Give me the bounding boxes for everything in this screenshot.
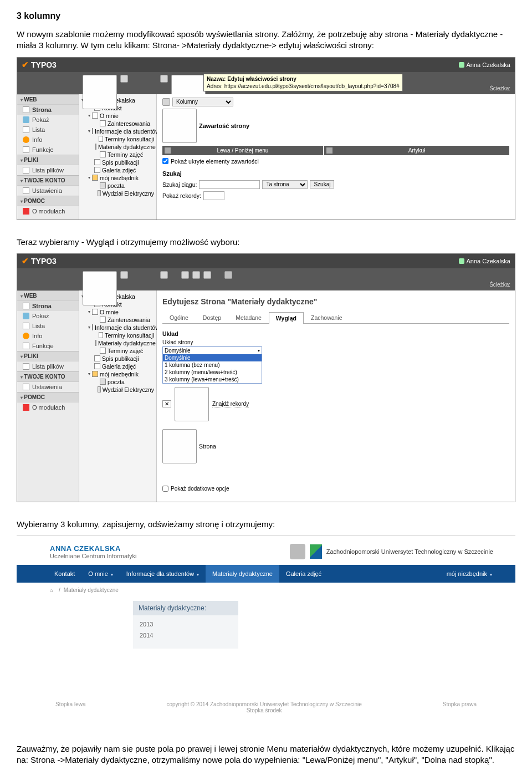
nav-lista-plikow[interactable]: Lista plików bbox=[17, 165, 79, 175]
edit-page-title: Edytujesz Strona "Materiały dydaktyczne" bbox=[162, 297, 509, 306]
layout-option[interactable]: 3 kolumny (lewa+menu+treść) bbox=[163, 376, 262, 383]
col-add-icon[interactable] bbox=[326, 147, 332, 154]
tree-node[interactable]: Galeria zdjęć bbox=[79, 166, 156, 174]
layout-option[interactable]: 1 kolumna (bez menu) bbox=[163, 361, 262, 369]
menu-item[interactable]: Materiały dydaktyczne bbox=[206, 565, 279, 583]
layout-select[interactable]: Domyślnie Domyślnie1 kolumna (bez menu)2… bbox=[162, 346, 262, 384]
tree-node[interactable]: Zainteresowania bbox=[79, 120, 156, 128]
caret-icon[interactable]: ▾ bbox=[88, 371, 90, 376]
nav-info[interactable]: Info bbox=[17, 135, 79, 145]
nav-funkcje[interactable]: Funkcje bbox=[17, 341, 79, 351]
tooltip: Nazwa: Edytuj właściwości strony Adres: … bbox=[203, 74, 403, 91]
layout-option[interactable]: Domyślnie bbox=[163, 354, 262, 361]
tab-dostęp[interactable]: Dostęp bbox=[196, 312, 228, 323]
tab-zachowanie[interactable]: Zachowanie bbox=[304, 312, 350, 323]
hidden-elements-toggle[interactable]: Pokaż ukryte elementy zawartości bbox=[162, 158, 509, 165]
caret-icon[interactable]: ▾ bbox=[88, 175, 90, 180]
tree-node[interactable]: Spis publikacji bbox=[79, 159, 156, 166]
show-records-input[interactable] bbox=[203, 191, 224, 200]
nav-omodulach[interactable]: O modułach bbox=[17, 402, 79, 412]
nav-group-web[interactable]: WEB bbox=[17, 290, 79, 301]
hidden-checkbox[interactable] bbox=[162, 158, 168, 164]
nav-group-pliki[interactable]: PLIKI bbox=[17, 351, 79, 361]
nav-group-konto[interactable]: TWOJE KONTO bbox=[17, 371, 79, 382]
delete-icon[interactable] bbox=[224, 271, 232, 279]
nav-ustawienia[interactable]: Ustawienia bbox=[17, 186, 79, 196]
tree-node[interactable]: poczta bbox=[79, 378, 156, 386]
tree-node[interactable]: ▾O mnie bbox=[79, 308, 156, 316]
tree-node[interactable]: Spis publikacji bbox=[79, 355, 156, 363]
menu-item[interactable]: Kontakt bbox=[48, 565, 81, 583]
browse-icon[interactable] bbox=[175, 387, 209, 421]
save-icon[interactable] bbox=[181, 271, 189, 279]
new-page-icon[interactable] bbox=[83, 271, 117, 305]
tree-node[interactable]: Terminy zajęć bbox=[79, 151, 156, 159]
tab-metadane[interactable]: Metadane bbox=[228, 312, 269, 323]
tree-node[interactable]: ▾mój niezbędnik bbox=[79, 174, 156, 182]
search-string-input[interactable] bbox=[199, 180, 260, 189]
tree-node[interactable]: ▾O mnie bbox=[79, 112, 156, 120]
search-string-label: Szukaj ciągu: bbox=[162, 181, 197, 188]
menu-item-right[interactable]: mój niezbędnik bbox=[440, 565, 499, 583]
user-indicator[interactable]: Anna Czekalska bbox=[459, 62, 511, 68]
tree-node[interactable]: Wydział Elektryczny bbox=[79, 190, 156, 197]
tree-node[interactable]: Wydział Elektryczny bbox=[79, 386, 156, 394]
nav-strona[interactable]: Strona bbox=[17, 301, 79, 311]
nav-strona[interactable]: Strona bbox=[17, 105, 79, 115]
nav-omodulach[interactable]: O modułach bbox=[17, 206, 79, 216]
nav-pokaz[interactable]: Pokaż bbox=[17, 115, 79, 125]
nav-info[interactable]: Info bbox=[17, 331, 79, 341]
menu-item[interactable]: O mnie bbox=[81, 565, 119, 583]
menu-item[interactable]: Informacje dla studentów bbox=[120, 565, 206, 583]
nav-group-pomoc[interactable]: POMOC bbox=[17, 392, 79, 402]
layout-option[interactable]: 2 kolumny (menu/lewa+treść) bbox=[163, 369, 262, 376]
nav-group-pomoc[interactable]: POMOC bbox=[17, 196, 79, 206]
nav-group-web[interactable]: WEB bbox=[17, 94, 79, 105]
caret-icon[interactable]: ▾ bbox=[88, 325, 90, 330]
save-view-icon[interactable] bbox=[192, 271, 200, 279]
search-button[interactable]: Szukaj bbox=[310, 180, 334, 188]
tab-ogólne[interactable]: Ogólne bbox=[162, 312, 196, 323]
card-link[interactable]: 2014 bbox=[140, 632, 232, 639]
tree-node[interactable]: poczta bbox=[79, 182, 156, 190]
find-records-link[interactable]: Znajdź rekordy bbox=[212, 401, 249, 407]
tree-node[interactable]: Zainteresowania bbox=[79, 316, 156, 324]
nav-pokaz[interactable]: Pokaż bbox=[17, 311, 79, 321]
view-select[interactable]: Kolumny bbox=[172, 98, 233, 106]
tree-node[interactable]: Terminy konsultacji bbox=[79, 135, 156, 143]
menu-item[interactable]: Galeria zdjęć bbox=[279, 565, 328, 583]
card-link[interactable]: 2013 bbox=[140, 621, 232, 628]
nav-group-konto[interactable]: TWOJE KONTO bbox=[17, 175, 79, 186]
nav-funkcje[interactable]: Funkcje bbox=[17, 145, 79, 155]
close-icon[interactable] bbox=[160, 271, 168, 279]
tree-node[interactable]: Terminy konsultacji bbox=[79, 332, 156, 339]
tree-node[interactable]: ▾Informacje dla studentów bbox=[79, 324, 156, 332]
clear-icon[interactable]: ✕ bbox=[162, 400, 171, 407]
caret-icon[interactable]: ▾ bbox=[88, 113, 90, 118]
nav-lista[interactable]: Lista bbox=[17, 321, 79, 331]
tree-node[interactable]: Terminy zajęć bbox=[79, 347, 156, 355]
caret-icon[interactable]: ▾ bbox=[88, 129, 90, 134]
save-close-icon[interactable] bbox=[203, 271, 211, 279]
col-article-header: Artykuł bbox=[324, 146, 509, 155]
nav-lista-plikow[interactable]: Lista plików bbox=[17, 361, 79, 371]
nav-group-pliki[interactable]: PLIKI bbox=[17, 155, 79, 165]
tree-node[interactable]: Materiały dydaktyczne bbox=[79, 339, 156, 347]
tree-node[interactable]: ▾Informacje dla studentów bbox=[79, 128, 156, 135]
new-page-icon[interactable] bbox=[83, 75, 117, 109]
search-scope-select[interactable]: Ta strona bbox=[262, 180, 308, 189]
nav-ustawienia[interactable]: Ustawienia bbox=[17, 382, 79, 392]
nav-lista[interactable]: Lista bbox=[17, 125, 79, 135]
extra-options-checkbox[interactable] bbox=[162, 486, 168, 492]
col-add-icon[interactable] bbox=[165, 147, 171, 154]
tree-node[interactable]: Materiały dydaktyczne bbox=[79, 143, 156, 151]
caret-icon[interactable]: ▾ bbox=[88, 309, 90, 314]
tool-icon-1[interactable] bbox=[160, 75, 168, 83]
tree-node[interactable]: Galeria zdjęć bbox=[79, 363, 156, 370]
filter-icon[interactable] bbox=[120, 75, 128, 83]
filter-icon[interactable] bbox=[120, 271, 128, 279]
home-icon[interactable] bbox=[50, 587, 55, 593]
tree-node[interactable]: ▾mój niezbędnik bbox=[79, 370, 156, 378]
user-indicator[interactable]: Anna Czekalska bbox=[459, 258, 511, 264]
tab-wygląd[interactable]: Wygląd bbox=[269, 312, 304, 324]
